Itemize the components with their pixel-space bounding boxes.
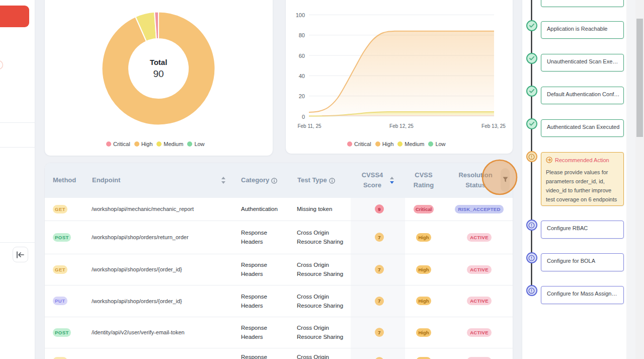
svg-text:Feb 12, 25: Feb 12, 25 — [389, 123, 414, 129]
svg-text:Feb 11, 25: Feb 11, 25 — [297, 123, 321, 129]
svg-text:Feb 13, 25: Feb 13, 25 — [481, 123, 506, 129]
svg-text:20: 20 — [299, 93, 305, 99]
svg-text:100: 100 — [296, 12, 305, 18]
svg-text:80: 80 — [299, 32, 305, 38]
svg-text:60: 60 — [299, 53, 305, 59]
svg-text:0: 0 — [302, 114, 305, 120]
svg-text:40: 40 — [299, 73, 305, 79]
